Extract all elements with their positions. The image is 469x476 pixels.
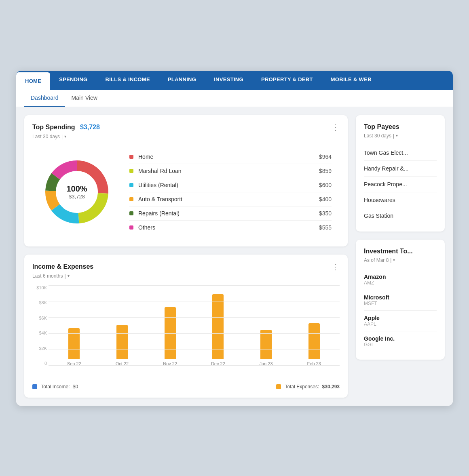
spending-label-auto: Auto & Transportt (138, 196, 319, 202)
payees-divider: | (393, 133, 394, 139)
y-label-10k: $10K (32, 285, 47, 290)
y-axis: $10K $8K $6K $4K $2K 0 (32, 285, 49, 378)
bar-nov22: Nov 22 (148, 285, 192, 366)
payees-dropdown-icon[interactable]: ▾ (396, 133, 398, 138)
total-income: Total Income: $0 (32, 384, 78, 390)
top-payees-card: Top Payees Last 30 days | ▾ Town Gas Ele… (356, 115, 445, 232)
top-spending-title: Top Spending (32, 124, 75, 131)
bar-jan23: Jan 23 (244, 285, 289, 366)
top-spending-menu[interactable]: ⋮ (332, 123, 340, 131)
income-expenses-filter-label: Last 6 months (32, 273, 63, 279)
bar-feb23-label: Feb 23 (307, 361, 321, 366)
spending-row-repairs: Repairs (Rental) $350 (129, 206, 332, 221)
spending-amount-marshal: $859 (319, 168, 332, 174)
income-expenses-menu[interactable]: ⋮ (332, 263, 340, 271)
income-legend-dot (32, 384, 37, 389)
investment-title: Investment To... (364, 248, 413, 255)
inv-dropdown-icon[interactable]: ▾ (393, 258, 395, 262)
spending-dot-home (129, 155, 133, 159)
investment-name-microsoft: Microsoft (364, 294, 437, 301)
investment-item-amazon[interactable]: Amazon AMZ (364, 270, 437, 290)
donut-center: 100% $3,728 (66, 184, 87, 200)
inv-divider: | (390, 257, 391, 263)
nav-item-spending[interactable]: SPENDING (50, 71, 96, 90)
spending-dot-others (129, 225, 133, 230)
nav-item-property[interactable]: PROPERTY & DEBT (252, 71, 322, 90)
spending-amount-others: $555 (319, 224, 332, 231)
y-label-8k: $8K (32, 300, 47, 305)
total-expenses-val: $30,293 (322, 384, 340, 390)
top-spending-amount: $3,728 (80, 124, 100, 131)
bar-dec22-fill (212, 294, 224, 359)
investment-ticker-apple: AAPL (364, 321, 437, 327)
top-payees-filter: Last 30 days | ▾ (364, 133, 437, 139)
app-container: HOME SPENDING BILLS & INCOME PLANNING IN… (16, 71, 453, 406)
bar-sep22-fill (68, 328, 80, 359)
bar-nov22-fill (165, 307, 176, 359)
income-expenses-title: Income & Expenses (32, 263, 93, 270)
chart-with-bars: Sep 22 Oct 22 Nov 22 (49, 285, 340, 378)
investment-item-google[interactable]: Google Inc. GGL (364, 331, 437, 352)
bar-dec22: Dec 22 (196, 285, 241, 366)
y-label-6k: $6K (32, 316, 47, 320)
payee-item-4[interactable]: Gas Station (364, 208, 437, 223)
spending-amount-repairs: $350 (319, 210, 332, 217)
top-spending-card: Top Spending $3,728 ⋮ Last 30 days | ▾ (24, 115, 348, 246)
income-expenses-header: Income & Expenses ⋮ (32, 263, 340, 271)
bar-feb23: Feb 23 (292, 285, 336, 366)
left-column: Top Spending $3,728 ⋮ Last 30 days | ▾ (24, 115, 348, 398)
spending-dot-auto (129, 197, 133, 201)
sub-nav: Dashboard Main View (16, 90, 453, 107)
spending-label-home: Home (138, 154, 319, 160)
nav-item-home[interactable]: HOME (16, 72, 50, 90)
spending-list: Home $964 Marshal Rd Loan $859 Utilities… (129, 150, 332, 234)
top-spending-dropdown-icon[interactable]: ▾ (64, 134, 66, 139)
nav-bar: HOME SPENDING BILLS & INCOME PLANNING IN… (16, 71, 453, 90)
investment-ticker-microsoft: MSFT (364, 301, 437, 306)
bar-feb23-fill (308, 323, 320, 359)
spending-dot-utilities (129, 183, 133, 187)
right-column: Top Payees Last 30 days | ▾ Town Gas Ele… (356, 115, 445, 398)
investment-filter: As of Mar 8 | ▾ (364, 257, 437, 263)
payee-item-3[interactable]: Housewares (364, 192, 437, 208)
subnav-mainview[interactable]: Main View (65, 90, 104, 107)
payee-item-0[interactable]: Town Gas Elect... (364, 145, 437, 161)
nav-item-mobile[interactable]: MOBILE & WEB (322, 71, 380, 90)
bar-dec22-label: Dec 22 (211, 361, 225, 366)
donut-val: $3,728 (66, 194, 87, 200)
total-expenses: Total Expenses: $30,293 (276, 384, 340, 390)
spending-body: 100% $3,728 Home $964 Marsha (32, 146, 340, 238)
bar-oct22-fill (116, 325, 128, 359)
nav-item-planning[interactable]: PLANNING (159, 71, 205, 90)
spending-amount-auto: $400 (319, 196, 332, 202)
investment-header: Investment To... (364, 248, 437, 255)
total-income-val: $0 (73, 384, 78, 390)
ie-dropdown-icon[interactable]: ▾ (68, 274, 70, 278)
investment-card: Investment To... As of Mar 8 | ▾ Amazon … (356, 240, 445, 360)
ie-divider: | (64, 273, 65, 279)
investment-ticker-amazon: AMZ (364, 280, 437, 286)
spending-row-marshal: Marshal Rd Loan $859 (129, 164, 332, 178)
top-spending-filter: Last 30 days | ▾ (32, 134, 340, 139)
chart-area: $10K $8K $6K $4K $2K 0 (32, 285, 340, 390)
spending-label-utilities: Utilities (Rental) (138, 182, 319, 188)
payee-item-2[interactable]: Peacock Prope... (364, 177, 437, 192)
subnav-dashboard[interactable]: Dashboard (24, 90, 65, 107)
donut-chart: 100% $3,728 (40, 156, 113, 228)
bar-sep22: Sep 22 (52, 285, 97, 366)
top-payees-title: Top Payees (364, 123, 399, 131)
spending-row-utilities: Utilities (Rental) $600 (129, 178, 332, 192)
y-label-4k: $4K (32, 331, 47, 335)
top-spending-header: Top Spending $3,728 ⋮ (32, 123, 340, 131)
investment-name-google: Google Inc. (364, 335, 437, 342)
payee-item-1[interactable]: Handy Repair &... (364, 161, 437, 177)
nav-item-investing[interactable]: INVESTING (205, 71, 252, 90)
top-payees-filter-label: Last 30 days (364, 133, 391, 139)
spending-dot-marshal (129, 169, 133, 173)
bar-jan23-label: Jan 23 (260, 361, 273, 366)
bar-nov22-label: Nov 22 (163, 361, 177, 366)
nav-item-bills[interactable]: BILLS & INCOME (97, 71, 159, 90)
investment-filter-label: As of Mar 8 (364, 257, 389, 263)
investment-item-apple[interactable]: Apple AAPL (364, 311, 437, 331)
investment-item-microsoft[interactable]: Microsoft MSFT (364, 290, 437, 311)
